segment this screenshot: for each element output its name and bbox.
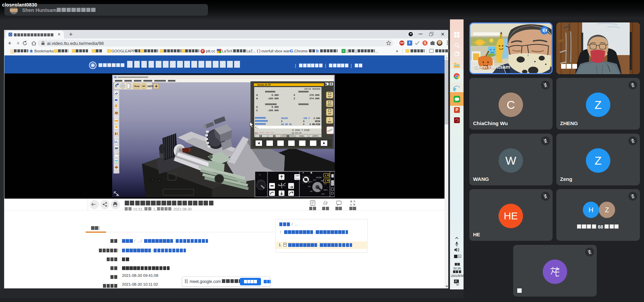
svg-text:EDIT: EDIT xyxy=(313,179,317,181)
svg-text:Z: Z xyxy=(325,180,326,182)
svg-text:0.000: 0.000 xyxy=(272,94,279,97)
svg-text:13:04:23: 13:04:23 xyxy=(292,132,301,134)
svg-text:0.000: 0.000 xyxy=(272,106,279,108)
svg-text:S: S xyxy=(303,120,304,123)
svg-text:RAPID: RAPID xyxy=(324,189,328,191)
svg-text:JOG F: JOG F xyxy=(303,117,310,120)
svg-text:▌▌: ▌▌ xyxy=(273,135,276,137)
svg-text:▌▌: ▌▌ xyxy=(287,135,290,137)
svg-text:?: ? xyxy=(329,119,330,120)
svg-text:JOG: JOG xyxy=(324,183,326,185)
svg-text:Real: Real xyxy=(134,85,139,87)
svg-text:374.000: 374.000 xyxy=(310,97,319,100)
svg-text:MODE: MODE xyxy=(316,177,322,179)
svg-text:0H 0M 0S: 0H 0M 0S xyxy=(281,123,292,126)
svg-text:0 MM/MIN: 0 MM/MIN xyxy=(310,123,320,126)
svg-text:X: X xyxy=(325,174,326,177)
svg-text:POS: POS xyxy=(328,96,331,98)
svg-text:0MIN: 0MIN xyxy=(315,120,320,123)
svg-text:O6724 N00000: O6724 N00000 xyxy=(304,88,321,90)
svg-text:ZRN: ZRN xyxy=(321,193,324,195)
svg-text:AUTO: AUTO xyxy=(309,181,312,183)
svg-text:(OPRT): (OPRT) xyxy=(312,135,319,137)
svg-text:2.000: 2.000 xyxy=(313,117,320,120)
svg-text:-100.000: -100.000 xyxy=(267,97,279,100)
svg-text:3: 3 xyxy=(281,120,282,123)
svg-text:270.000: 270.000 xyxy=(310,94,319,97)
svg-text:OPRT: OPRT xyxy=(295,175,300,177)
svg-text:OFS: OFS xyxy=(328,113,331,115)
svg-text:Series 0i-TF: Series 0i-TF xyxy=(257,84,271,86)
svg-text:0H15M: 0H15M xyxy=(281,117,288,120)
svg-text:REF: REF xyxy=(310,190,313,192)
svg-text:-100.000: -100.000 xyxy=(267,109,279,112)
svg-text:REF **** *** ***: REF **** *** *** xyxy=(255,132,274,134)
svg-text:Z: Z xyxy=(256,109,258,112)
svg-text:▌▌: ▌▌ xyxy=(260,135,262,137)
svg-text:A)_: A)_ xyxy=(255,127,259,129)
svg-text:100%: 100% xyxy=(147,85,154,88)
svg-text:Z: Z xyxy=(294,97,295,100)
svg-text:HNDL: HNDL xyxy=(299,135,304,137)
svg-text:S 1501 T 0100: S 1501 T 0100 xyxy=(292,129,310,132)
svg-text:PROG: PROG xyxy=(327,104,332,106)
svg-text:MSG: MSG xyxy=(328,121,332,123)
svg-text:U: U xyxy=(256,94,258,97)
svg-text:F: F xyxy=(303,123,304,126)
svg-text:%: % xyxy=(259,174,261,176)
svg-text:DNC: DNC xyxy=(308,186,311,187)
